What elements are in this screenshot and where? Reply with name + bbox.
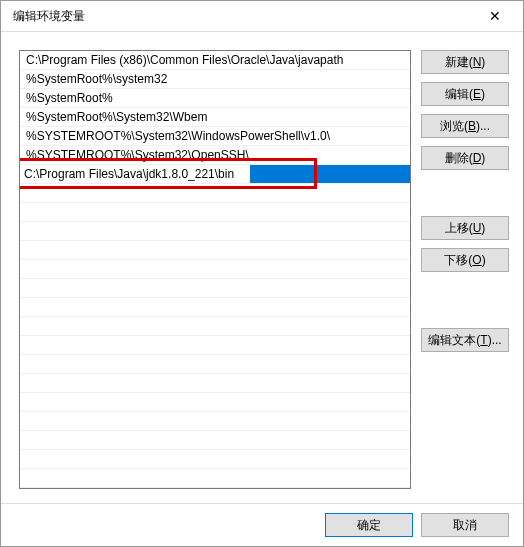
list-item[interactable]: [20, 355, 410, 374]
list-item[interactable]: %SystemRoot%\System32\Wbem: [20, 108, 410, 127]
list-item[interactable]: [20, 374, 410, 393]
window-title: 编辑环境变量: [13, 8, 475, 25]
close-icon: ✕: [489, 8, 501, 24]
list-item[interactable]: [20, 412, 410, 431]
list-item[interactable]: [20, 393, 410, 412]
move-up-button[interactable]: 上移(U): [421, 216, 509, 240]
list-item[interactable]: [20, 450, 410, 469]
list-item[interactable]: [20, 260, 410, 279]
list-item[interactable]: [20, 203, 410, 222]
new-button[interactable]: 新建(N): [421, 50, 509, 74]
list-item[interactable]: %SYSTEMROOT%\System32\WindowsPowerShell\…: [20, 127, 410, 146]
list-item[interactable]: [20, 184, 410, 203]
dialog-footer: 确定 取消: [1, 503, 523, 546]
path-list[interactable]: C:\Program Files (x86)\Common Files\Orac…: [19, 50, 411, 489]
move-down-button[interactable]: 下移(O): [421, 248, 509, 272]
list-item[interactable]: [20, 317, 410, 336]
list-item[interactable]: [20, 165, 410, 184]
list-item[interactable]: [20, 431, 410, 450]
list-item[interactable]: [20, 336, 410, 355]
list-item[interactable]: [20, 469, 410, 488]
path-edit-input[interactable]: [20, 165, 250, 183]
list-item[interactable]: [20, 241, 410, 260]
list-item[interactable]: %SYSTEMROOT%\System32\OpenSSH\: [20, 146, 410, 165]
list-item[interactable]: %SystemRoot%: [20, 89, 410, 108]
list-item[interactable]: [20, 298, 410, 317]
ok-button[interactable]: 确定: [325, 513, 413, 537]
list-item[interactable]: [20, 279, 410, 298]
list-item[interactable]: [20, 222, 410, 241]
edit-button[interactable]: 编辑(E): [421, 82, 509, 106]
edit-text-button[interactable]: 编辑文本(T)...: [421, 328, 509, 352]
titlebar: 编辑环境变量 ✕: [1, 1, 523, 32]
browse-button[interactable]: 浏览(B)...: [421, 114, 509, 138]
close-button[interactable]: ✕: [475, 1, 515, 31]
list-item[interactable]: C:\Program Files (x86)\Common Files\Orac…: [20, 51, 410, 70]
list-item[interactable]: %SystemRoot%\system32: [20, 70, 410, 89]
cancel-button[interactable]: 取消: [421, 513, 509, 537]
delete-button[interactable]: 删除(D): [421, 146, 509, 170]
